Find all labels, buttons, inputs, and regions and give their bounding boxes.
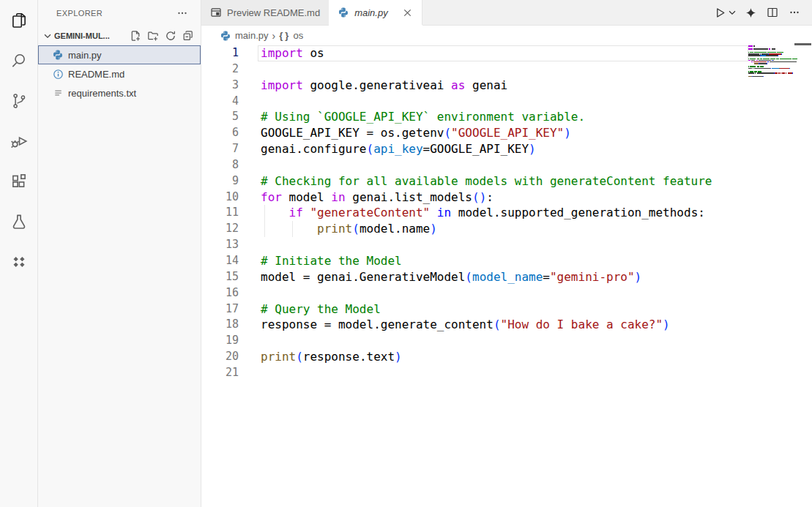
close-icon[interactable] (402, 7, 413, 18)
code-line[interactable]: 13 (201, 237, 812, 253)
tab-main-py[interactable]: main.py (329, 0, 422, 25)
line-number[interactable]: 1 (201, 45, 239, 61)
code-line[interactable]: 14# Initiate the Model (201, 253, 812, 269)
tab-label: Preview README.md (227, 7, 320, 18)
tab-label: main.py (354, 7, 388, 18)
file-item-main.py[interactable]: main.py (38, 45, 201, 64)
code-line[interactable]: 3import google.generativeai as genai (201, 78, 812, 94)
line-number[interactable]: 19 (201, 333, 239, 349)
python-icon (338, 7, 349, 18)
line-number[interactable]: 18 (201, 317, 239, 333)
activity-bar-item-testing[interactable] (0, 201, 38, 241)
files-icon (10, 11, 29, 30)
new-folder-icon (147, 30, 159, 42)
code-line[interactable]: 4 (201, 94, 812, 110)
refresh-button[interactable] (163, 28, 179, 44)
breadcrumb-label: os (293, 30, 303, 41)
new-folder-button[interactable] (145, 28, 161, 44)
activity-bar (0, 0, 38, 507)
activity-bar-item-extensions[interactable] (0, 161, 38, 201)
line-number[interactable]: 17 (201, 301, 239, 318)
breadcrumb-item-os[interactable]: { }os (279, 30, 303, 41)
code-editor[interactable]: 1import os23import google.generativeai a… (201, 45, 812, 507)
run-button[interactable] (711, 4, 729, 21)
more-actions-button[interactable] (786, 4, 803, 21)
line-number[interactable]: 15 (201, 269, 239, 285)
code-line[interactable]: 8 (201, 157, 812, 173)
tab-spacer (422, 0, 711, 25)
code-line[interactable]: 2 (201, 61, 812, 78)
explorer-section-actions (127, 28, 196, 44)
activity-bar-item-run-and-debug[interactable] (0, 121, 38, 161)
line-number[interactable]: 8 (201, 157, 239, 173)
file-item-requirements.txt[interactable]: requirements.txt (38, 83, 201, 102)
overview-ruler-cursor-mark (794, 43, 811, 45)
sidebar-explorer: EXPLORER GEMINI-MUL... main.pyREADME.mdr… (38, 0, 201, 507)
code-line[interactable]: 21 (201, 365, 812, 381)
code-text: import os (261, 45, 324, 61)
activity-bar-item-source-control[interactable] (0, 80, 38, 121)
code-line[interactable]: 12 print(model.name) (201, 221, 812, 237)
activity-bar-item-search[interactable] (0, 40, 38, 80)
code-line[interactable]: 20print(response.text) (201, 349, 812, 365)
code-line[interactable]: 11 if "generateContent" in model.support… (201, 205, 812, 221)
code-text: GOOGLE_API_KEY = os.getenv("GOOGLE_API_K… (261, 125, 571, 141)
file-item-README.md[interactable]: README.md (38, 64, 201, 83)
sidebar-header: EXPLORER (38, 0, 201, 26)
line-number[interactable]: 13 (201, 237, 239, 253)
code-line[interactable]: 6GOOGLE_API_KEY = os.getenv("GOOGLE_API_… (201, 125, 812, 141)
line-number[interactable]: 16 (201, 285, 239, 301)
breadcrumb-label: main.py (235, 30, 269, 41)
line-number[interactable]: 20 (201, 349, 239, 365)
line-number[interactable]: 6 (201, 125, 239, 141)
tabs: Preview README.mdmain.py (201, 0, 422, 25)
line-number[interactable]: 11 (201, 205, 239, 221)
code-line[interactable]: 19 (201, 333, 812, 349)
activity-bar-item-gemini-extension[interactable] (0, 241, 38, 282)
run-dropdown-button[interactable] (727, 4, 737, 21)
file-label: README.md (68, 69, 124, 80)
breadcrumb-item-main.py[interactable]: main.py (220, 30, 269, 42)
line-number[interactable]: 3 (201, 78, 239, 94)
code-line[interactable]: 7genai.configure(api_key=GOOGLE_API_KEY) (201, 141, 812, 157)
code-text: # Query the Model (261, 301, 381, 318)
code-line[interactable]: 17# Query the Model (201, 301, 812, 318)
chevron-down-icon (42, 30, 54, 42)
line-number[interactable]: 5 (201, 109, 239, 125)
explorer-more-actions-button[interactable] (174, 5, 190, 21)
tab-preview-readme-md[interactable]: Preview README.md (201, 0, 329, 25)
line-number[interactable]: 2 (201, 61, 239, 78)
symbol-namespace-icon: { } (279, 30, 289, 41)
diamonds-icon (10, 252, 29, 271)
code-line[interactable]: 5# Using `GOOGLE_API_KEY` environment va… (201, 109, 812, 125)
code-line[interactable]: 9# Checking for all available models wit… (201, 173, 812, 189)
python-icon (52, 49, 64, 61)
code-line[interactable]: 15model = genai.GenerativeModel(model_na… (201, 269, 812, 285)
file-label: requirements.txt (68, 88, 136, 99)
code-text: model = genai.GenerativeModel(model_name… (261, 269, 641, 285)
code-line[interactable]: 1import os (201, 45, 812, 61)
line-number[interactable]: 10 (201, 189, 239, 206)
collapse-all-button[interactable] (180, 28, 196, 44)
line-number[interactable]: 21 (201, 365, 239, 381)
line-number[interactable]: 4 (201, 94, 239, 110)
code-text: genai.configure(api_key=GOOGLE_API_KEY) (261, 141, 536, 157)
split-editor-button[interactable] (764, 4, 781, 21)
minimap[interactable] (748, 45, 802, 79)
gemini-sparkle-button[interactable] (742, 4, 759, 21)
activity-bar-item-explorer[interactable] (0, 0, 38, 40)
breadcrumb-separator: › (272, 30, 276, 42)
code-text: # Using `GOOGLE_API_KEY` environment var… (261, 109, 585, 125)
new-file-button[interactable] (127, 28, 144, 44)
search-icon (10, 51, 29, 70)
line-number[interactable]: 7 (201, 141, 239, 157)
line-number[interactable]: 9 (201, 173, 239, 189)
explorer-section-header[interactable]: GEMINI-MUL... (38, 26, 201, 45)
ellipsis-icon (176, 7, 188, 19)
line-number[interactable]: 14 (201, 253, 239, 269)
line-number[interactable]: 12 (201, 221, 239, 237)
code-text: response = model.generate_content("How d… (261, 317, 670, 333)
code-line[interactable]: 10for model in genai.list_models(): (201, 189, 812, 206)
code-line[interactable]: 18response = model.generate_content("How… (201, 317, 812, 333)
code-line[interactable]: 16 (201, 285, 812, 301)
